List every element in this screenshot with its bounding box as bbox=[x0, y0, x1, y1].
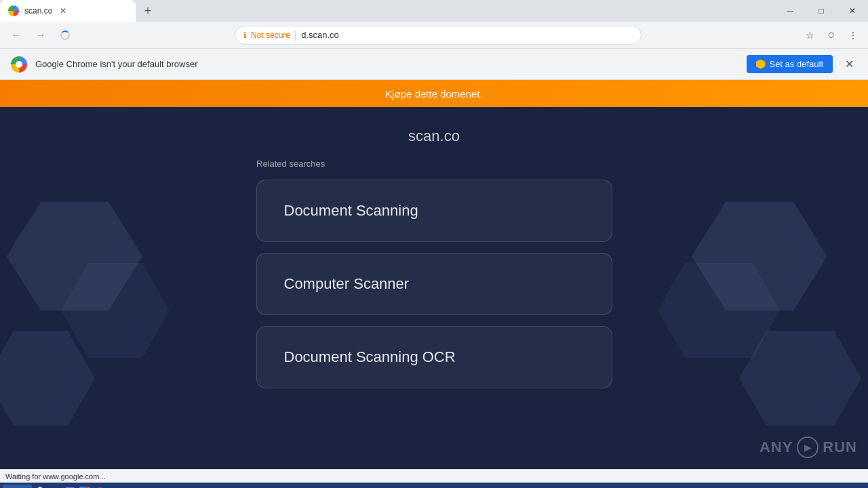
anyrun-logo: ▶ bbox=[797, 436, 818, 458]
search-card-1[interactable]: Computer Scanner bbox=[256, 253, 612, 315]
related-searches-section: Related searches Document Scanning Compu… bbox=[0, 159, 868, 388]
search-card-2[interactable]: Document Scanning OCR bbox=[256, 326, 612, 388]
menu-button[interactable]: ⋮ bbox=[844, 26, 863, 45]
tab-close-button[interactable]: ✕ bbox=[58, 5, 68, 16]
default-browser-banner: Google Chrome isn't your default browser… bbox=[0, 49, 868, 80]
anyrun-text2: RUN bbox=[823, 439, 857, 456]
taskbar-chrome-icon[interactable] bbox=[78, 485, 92, 488]
taskbar-anyrun-icon[interactable] bbox=[93, 485, 106, 488]
orange-bar-text: Kjøpe dette domenet. bbox=[385, 88, 482, 100]
close-button[interactable]: ✕ bbox=[837, 0, 868, 22]
taskbar-folder-icon[interactable] bbox=[48, 485, 62, 488]
security-icon: ℹ bbox=[243, 30, 247, 40]
new-tab-button[interactable]: + bbox=[138, 1, 157, 20]
chrome-logo bbox=[11, 56, 27, 73]
security-label: Not secure bbox=[251, 30, 290, 40]
address-bar[interactable]: ℹ Not secure | d.scan.co bbox=[235, 26, 642, 45]
page-content: Kjøpe dette domenet. scan.co Related sea… bbox=[0, 80, 868, 469]
tab-favicon bbox=[8, 5, 19, 16]
shield-icon bbox=[756, 60, 766, 69]
banner-message: Google Chrome isn't your default browser bbox=[35, 59, 738, 69]
domain-section: scan.co bbox=[0, 107, 868, 159]
search-card-text-0: Document Scanning bbox=[284, 202, 418, 219]
related-searches-label: Related searches bbox=[256, 159, 325, 169]
search-card-0[interactable]: Document Scanning bbox=[256, 180, 612, 242]
titlebar-left: scan.co ✕ + bbox=[0, 0, 774, 22]
address-separator: | bbox=[294, 29, 297, 41]
back-button[interactable]: ← bbox=[5, 24, 27, 46]
omnibar-right: ☆ ○ ⋮ bbox=[800, 26, 863, 45]
anyrun-text: ANY bbox=[760, 439, 793, 456]
maximize-button[interactable]: □ bbox=[806, 0, 837, 22]
forward-button[interactable]: → bbox=[30, 24, 52, 46]
bookmark-button[interactable]: ☆ bbox=[800, 26, 819, 45]
set-default-label: Set as default bbox=[770, 59, 824, 69]
minimize-button[interactable]: ─ bbox=[774, 0, 806, 22]
taskbar-media-icon[interactable] bbox=[63, 485, 77, 488]
set-as-default-button[interactable]: Set as default bbox=[747, 55, 833, 73]
account-button[interactable]: ○ bbox=[822, 26, 841, 45]
orange-purchase-bar[interactable]: Kjøpe dette domenet. bbox=[0, 80, 868, 107]
taskbar-ie-icon[interactable] bbox=[33, 485, 47, 488]
active-tab[interactable]: scan.co ✕ bbox=[0, 0, 136, 22]
status-text: Waiting for www.google.com... bbox=[5, 472, 106, 481]
banner-close-button[interactable]: ✕ bbox=[841, 56, 857, 73]
reload-button[interactable] bbox=[54, 24, 76, 46]
search-card-text-2: Document Scanning OCR bbox=[284, 348, 456, 365]
status-bar: Waiting for www.google.com... bbox=[0, 469, 868, 483]
loading-spinner bbox=[60, 30, 70, 40]
domain-name: scan.co bbox=[408, 127, 460, 145]
window-controls: ─ □ ✕ bbox=[774, 0, 868, 22]
omnibar: ← → ℹ Not secure | d.scan.co ☆ ○ ⋮ bbox=[0, 22, 868, 49]
address-text: d.scan.co bbox=[301, 30, 633, 40]
search-card-text-1: Computer Scanner bbox=[284, 275, 410, 292]
start-button[interactable]: Start bbox=[3, 485, 32, 488]
taskbar: Start 3:41 PM bbox=[0, 483, 868, 488]
anyrun-watermark: ANY ▶ RUN bbox=[760, 436, 857, 458]
titlebar: scan.co ✕ + ─ □ ✕ bbox=[0, 0, 868, 22]
tab-title: scan.co bbox=[24, 6, 52, 16]
